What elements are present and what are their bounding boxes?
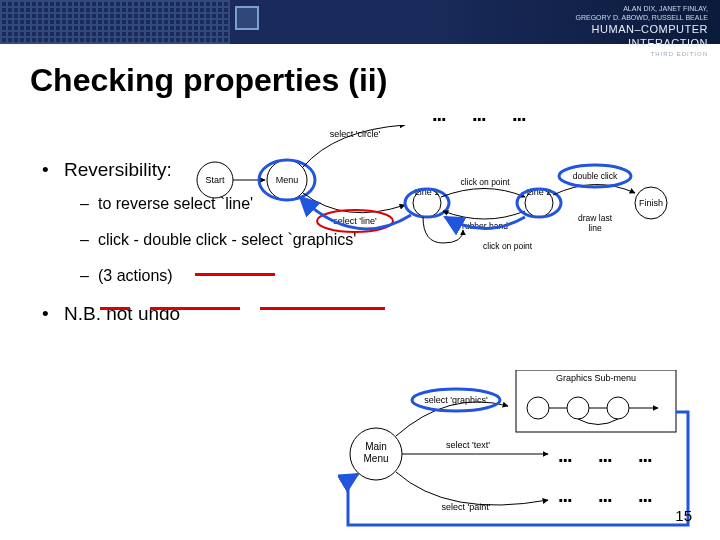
svg-text:select 'circle': select 'circle' <box>330 129 381 139</box>
dots-upper-1: ... <box>432 103 446 126</box>
dots-low-3: ... <box>638 484 652 507</box>
dots-upper-2: ... <box>472 103 486 126</box>
subbullet-3-actions: (3 actions) <box>80 267 720 285</box>
red-underline-1 <box>195 273 275 276</box>
red-underline-2c <box>260 307 385 310</box>
book-branding: ALAN DIX, JANET FINLAY, GREGORY D. ABOWD… <box>575 4 708 59</box>
svg-point-27 <box>412 389 500 411</box>
svg-text:select 'text': select 'text' <box>446 440 490 450</box>
svg-point-35 <box>607 397 629 419</box>
page-number: 15 <box>675 507 692 524</box>
svg-text:select 'paint': select 'paint' <box>442 502 491 512</box>
content-body: Reversibility: to reverse select `line' … <box>42 159 720 325</box>
svg-text:select 'graphics': select 'graphics' <box>424 395 488 405</box>
subbullet-reverse-line: to reverse select `line' <box>80 195 720 213</box>
red-underline-2a <box>100 307 130 310</box>
svg-point-24 <box>350 428 402 480</box>
dots-mid-1: ... <box>558 444 572 467</box>
svg-text:Menu: Menu <box>363 453 388 464</box>
svg-point-34 <box>567 397 589 419</box>
svg-point-33 <box>527 397 549 419</box>
dots-low-2: ... <box>598 484 612 507</box>
book-edition: THIRD EDITION <box>575 51 708 59</box>
dots-mid-3: ... <box>638 444 652 467</box>
dots-low-1: ... <box>558 484 572 507</box>
authors-line-1: ALAN DIX, JANET FINLAY, <box>575 4 708 13</box>
book-title-line-2: INTERACTION <box>575 36 708 50</box>
header-pattern-decor <box>0 0 230 44</box>
red-underline-2b <box>150 307 240 310</box>
slide-title: Checking properties (ii) <box>30 62 720 99</box>
svg-text:Main: Main <box>365 441 387 452</box>
dots-upper-3: ... <box>512 103 526 126</box>
header-square-decor <box>235 6 259 30</box>
authors-line-2: GREGORY D. ABOWD, RUSSELL BEALE <box>575 13 708 22</box>
book-title-line-1: HUMAN–COMPUTER <box>575 22 708 36</box>
subbullet-click-sequence: click - double click - select `graphics' <box>80 231 720 249</box>
bullet-reversibility: Reversibility: <box>42 159 720 181</box>
svg-text:Graphics Sub-menu: Graphics Sub-menu <box>556 373 636 383</box>
dots-mid-2: ... <box>598 444 612 467</box>
slide-header: ALAN DIX, JANET FINLAY, GREGORY D. ABOWD… <box>0 0 720 44</box>
svg-rect-31 <box>516 370 676 432</box>
